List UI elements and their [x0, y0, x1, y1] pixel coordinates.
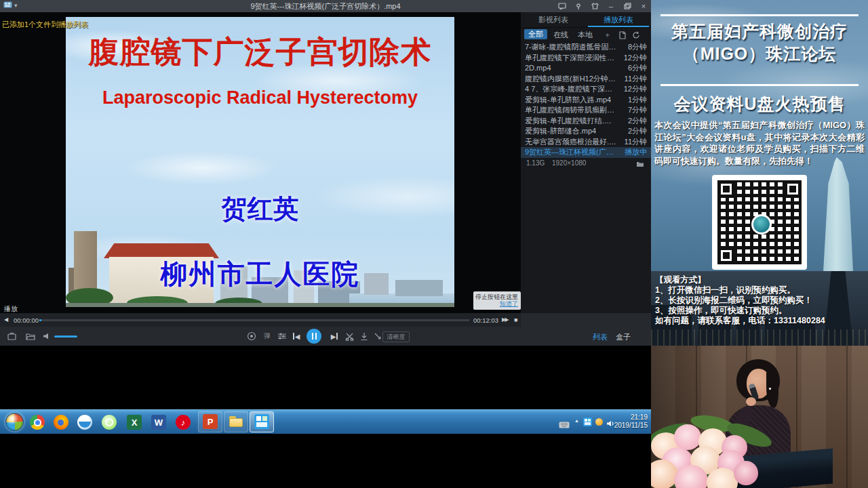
playlist-item[interactable]: 腹腔镜内膜癌(新H12分钟）.mp411分钟: [521, 74, 651, 85]
skin-icon[interactable]: [590, 1, 599, 11]
playlist-item-duration: 12分钟: [624, 53, 647, 64]
minimize-button[interactable]: –: [606, 1, 616, 11]
playlist-item[interactable]: 爱剪辑-单孔腹腔镜打结.mp42分钟: [521, 116, 651, 127]
playlist-item-title: 单孔腹腔镜阔韧带肌瘤剔除最终版...: [525, 105, 617, 116]
lit-windows: [651, 329, 868, 347]
tray-expand-arrow[interactable]: ▲: [574, 418, 579, 423]
osd-added-message: 已添加1个文件到播放列表: [2, 20, 88, 30]
list-toggle-button[interactable]: 列表: [593, 332, 608, 342]
add-file-icon[interactable]: ＋: [604, 30, 611, 40]
danmaku-toggle[interactable]: 弹: [261, 330, 273, 342]
settings-sliders-icon[interactable]: [276, 330, 288, 342]
playlist-item[interactable]: 爱剪辑-单孔脐部入路.mp41分钟: [521, 95, 651, 106]
seek-bar[interactable]: [39, 319, 469, 321]
taskbar-netease-music-icon[interactable]: ♪: [176, 415, 191, 430]
pin-icon[interactable]: [574, 1, 583, 11]
banner-title-line2: （MIGO）珠江论坛: [651, 43, 868, 65]
app-film-icon[interactable]: [3, 1, 12, 9]
watch-heading: 【观看方式】: [655, 275, 865, 285]
seek-progress: [39, 319, 41, 321]
playlist-item-duration: 7分钟: [628, 105, 647, 116]
speaker-hand: [746, 397, 756, 406]
playlist-item-title: 爱剪辑-单孔腹腔镜打结.mp4: [525, 116, 617, 127]
screen: ▾ 9贺红英---珠江杯视频(广泛子宫切除术）.mp4 – × 腹腔镜下广泛子宫: [0, 0, 868, 488]
playlist-item-title: 2D.mp4: [525, 63, 551, 74]
playlist-item-current[interactable]: 9贺红英---珠江杯视频(广泛子宫切...播放中: [521, 147, 651, 158]
filter-local[interactable]: 本地: [578, 30, 593, 40]
screenshot-icon[interactable]: [557, 1, 567, 11]
quality-selector[interactable]: 清晰度: [382, 331, 410, 342]
player-titlebar[interactable]: ▾ 9贺红英---珠江杯视频(广泛子宫切除术）.mp4 – ×: [0, 0, 651, 12]
taskbar-excel-icon[interactable]: X: [127, 415, 142, 430]
volume-icon[interactable]: [41, 330, 53, 342]
playlist-item-duration: 1分钟: [628, 95, 647, 106]
filter-all[interactable]: 全部: [524, 29, 547, 39]
contact-line: 如有问题，请联系客服，电话：13311480284: [655, 316, 865, 326]
playlist-item-title: 7-谢咏-腹腔镜阴道骶骨固定术.mp4: [525, 42, 617, 53]
fast-forward-icon[interactable]: ▶▶: [502, 317, 507, 323]
tray-player-icon[interactable]: [583, 418, 592, 426]
window-title: 9贺红英---珠江杯视频(广泛子宫切除术）.mp4: [0, 0, 651, 12]
taskbar-powerpoint-button[interactable]: P: [198, 411, 222, 432]
taskbar-player-button-active[interactable]: [250, 411, 274, 432]
stop-button[interactable]: ■: [514, 317, 517, 323]
control-row: 弹 ◀ ▶ 清晰度 列表 盒子: [0, 327, 651, 346]
filter-online[interactable]: 在线: [553, 30, 568, 40]
osd-play-state: 播放: [4, 304, 18, 313]
file-resolution: 1920×1080: [552, 158, 586, 169]
pause-button[interactable]: [307, 329, 321, 344]
taskbar-explorer-button[interactable]: [224, 411, 248, 432]
playlist-item-duration: 2分钟: [628, 116, 647, 127]
divider-rule-top: [660, 14, 859, 16]
taskbar-browser-icon[interactable]: [77, 415, 92, 430]
seek-row: ◀ 00:00:00 00:12:03 ▶▶ ■: [0, 313, 521, 327]
slide-title: 腹腔镜下广泛子宫切除术: [66, 32, 454, 73]
windows-taskbar: X W ♪ P ▲ 21:19 2019/11/15: [0, 409, 651, 434]
clip-scissors-icon[interactable]: [343, 330, 355, 342]
slide-author: 贺红英: [66, 192, 454, 226]
taskbar-360-browser-icon[interactable]: [102, 415, 117, 430]
box-button[interactable]: 盒子: [616, 332, 631, 342]
folder-open-icon[interactable]: [636, 160, 644, 171]
close-button[interactable]: ×: [639, 1, 648, 11]
next-track-button[interactable]: ▶: [328, 330, 340, 342]
rewind-icon[interactable]: ◀: [4, 317, 8, 323]
playlist-item[interactable]: 单孔腹腔镜阔韧带肌瘤剔除最终版...7分钟: [521, 105, 651, 116]
playlist-item[interactable]: 7-谢咏-腹腔镜阴道骶骨固定术.mp48分钟: [521, 42, 651, 53]
tooltip-dismiss-link[interactable]: 知道了: [500, 300, 518, 308]
record-gif-icon[interactable]: [245, 330, 258, 342]
volume-slider[interactable]: [54, 336, 77, 338]
flower: [674, 424, 701, 450]
playlist-item-title: 腹腔镜内膜癌(新H12分钟）.mp4: [525, 74, 617, 85]
clear-list-icon[interactable]: [619, 31, 626, 41]
playlist-item-title: 单孔腹腔镜下深部浸润性子宫内膜...: [525, 53, 617, 64]
restore-button[interactable]: [623, 1, 632, 11]
watch-instructions: 【观看方式】 1、打开微信扫一扫，识别预约购买。 2、长按识别海报二维码，立即预…: [655, 275, 865, 326]
speaker-video-feed: [651, 346, 868, 488]
tab-media-list[interactable]: 影视列表: [521, 12, 586, 27]
taskbar-firefox-icon[interactable]: [54, 415, 68, 430]
previous-track-button[interactable]: ◀: [290, 330, 302, 342]
playlist-item[interactable]: 单孔腹腔镜下深部浸润性子宫内膜...12分钟: [521, 53, 651, 64]
chevron-down-icon[interactable]: ▾: [14, 2, 18, 9]
tab-play-list[interactable]: 播放列表: [586, 12, 651, 27]
refresh-icon[interactable]: [632, 31, 640, 41]
qr-code: [712, 175, 807, 270]
taskbar-word-icon[interactable]: W: [151, 415, 166, 430]
playlist-item[interactable]: 4 7、张宗峰-腹腔镜下深部浸润型...12分钟: [521, 84, 651, 95]
watch-step: 2、长按识别海报二维码，立即预约购买！: [655, 296, 865, 306]
open-file-icon[interactable]: [24, 330, 37, 342]
tray-warning-icon[interactable]: [595, 418, 603, 426]
playlist-item[interactable]: 爱剪辑-脐部缝合.mp42分钟: [521, 126, 651, 137]
presentation-slide: 腹腔镜下广泛子宫切除术 Laparoscopic Radical Hystere…: [66, 17, 454, 307]
tray-keyboard-icon[interactable]: [559, 419, 570, 431]
now-playing-list-icon[interactable]: [5, 330, 18, 342]
playlist-item[interactable]: 无举宫器宫颈癌根治最好.mp411分钟: [521, 137, 651, 148]
playlist-item[interactable]: 2D.mp46分钟: [521, 63, 651, 74]
start-button[interactable]: [5, 413, 24, 431]
tray-clock[interactable]: 21:19 2019/11/15: [607, 413, 648, 430]
video-display-area[interactable]: 腹腔镜下广泛子宫切除术 Laparoscopic Radical Hystere…: [0, 12, 521, 313]
download-icon[interactable]: [358, 330, 370, 342]
taskbar-chrome-icon[interactable]: [30, 415, 45, 430]
speaker-earring: [769, 388, 771, 390]
